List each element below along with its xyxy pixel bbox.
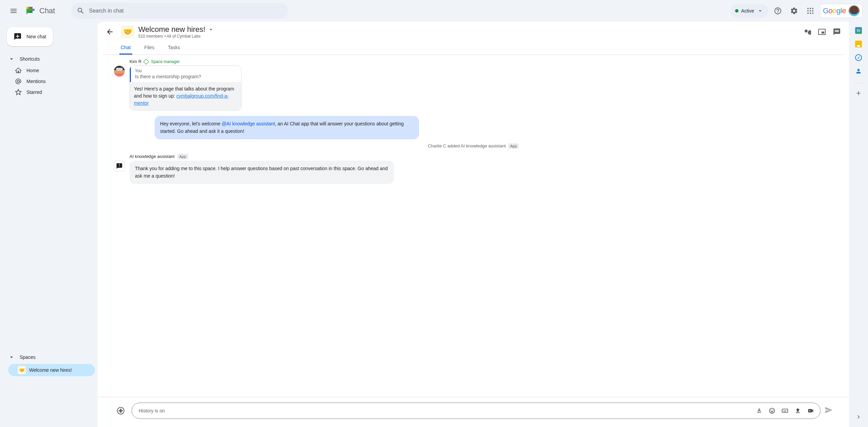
new-chat-label: New chat xyxy=(26,34,46,39)
app-badge: App xyxy=(177,154,188,159)
pip-button[interactable] xyxy=(815,25,829,39)
home-icon xyxy=(15,67,22,74)
rail-divider xyxy=(854,83,863,83)
sender-name: Kim R xyxy=(130,59,141,64)
spaces-section-header[interactable]: Spaces xyxy=(3,351,98,363)
space-item-welcome-new-hires[interactable]: 🤝 Welcome new hires! xyxy=(8,364,95,376)
message-announcement: Hey everyone, let's welcome @AI knowledg… xyxy=(155,116,419,139)
sidebar: New chat Shortcuts Home Mentions Starred xyxy=(0,22,98,427)
sender-name: AI knowledge assistant xyxy=(130,154,175,159)
tab-tasks[interactable]: Tasks xyxy=(166,41,181,55)
svg-point-2 xyxy=(812,8,813,9)
svg-point-6 xyxy=(807,13,809,14)
format-button[interactable] xyxy=(754,405,765,416)
mention-ai-assistant[interactable]: @AI knowledge assistant xyxy=(222,121,275,126)
search-placeholder: Search in chat xyxy=(89,8,123,14)
svg-point-8 xyxy=(812,13,813,14)
app-badge: App xyxy=(508,143,519,149)
mentions-icon xyxy=(15,78,22,85)
svg-point-5 xyxy=(812,10,813,12)
calendar-icon[interactable] xyxy=(855,27,862,34)
space-emoji-icon: 🤝 xyxy=(18,366,26,374)
message-list: Kim R Space manager You Is there a mento… xyxy=(98,55,849,397)
back-button[interactable] xyxy=(103,25,117,39)
system-message: Charlie C added AI knowledge assistant A… xyxy=(114,143,833,148)
apps-button[interactable] xyxy=(804,4,817,18)
tasks-icon[interactable] xyxy=(855,54,862,61)
user-avatar xyxy=(849,5,860,16)
app-name: Chat xyxy=(39,6,55,15)
quoted-reply-card: You Is there a mentorship program? Yes! … xyxy=(130,65,241,110)
add-attachment-button[interactable] xyxy=(114,404,127,418)
status-text: Active xyxy=(741,8,754,14)
quote-author: You xyxy=(135,68,237,73)
svg-point-4 xyxy=(810,10,811,12)
google-logo: Google xyxy=(823,6,846,15)
avatar-kim xyxy=(114,66,125,77)
svg-point-0 xyxy=(807,8,809,9)
shortcut-home[interactable]: Home xyxy=(3,65,98,76)
tab-chat[interactable]: Chat xyxy=(119,41,132,55)
avatar-bot xyxy=(114,161,125,171)
gif-button[interactable]: GIF xyxy=(780,405,790,416)
new-chat-icon xyxy=(14,33,22,41)
search-input[interactable]: Search in chat xyxy=(71,3,288,19)
svg-point-1 xyxy=(810,8,811,9)
side-panel-rail xyxy=(849,22,868,427)
space-avatar: 🤝 xyxy=(121,25,134,39)
help-button[interactable] xyxy=(771,4,785,18)
shortcut-mentions[interactable]: Mentions xyxy=(3,76,98,87)
chat-panel: 🤝 Welcome new hires! 510 members • All o… xyxy=(98,22,849,427)
chat-subtitle: 510 members • All of Cymbal Labs xyxy=(138,34,796,39)
account-switcher[interactable]: Google xyxy=(820,4,863,18)
video-button[interactable] xyxy=(805,405,816,416)
sender-role: Space manager xyxy=(151,59,180,64)
chevron-down-icon xyxy=(757,7,764,14)
spaces-title: Spaces xyxy=(20,354,36,360)
chat-logo-icon xyxy=(24,5,37,17)
settings-button[interactable] xyxy=(787,4,801,18)
svg-point-7 xyxy=(810,13,811,14)
expand-panel-button[interactable] xyxy=(855,413,862,422)
svg-point-3 xyxy=(807,10,809,12)
svg-text:GIF: GIF xyxy=(783,410,787,412)
compose-area: History is on GIF xyxy=(98,397,849,427)
message-bot: AI knowledge assistant App Thank you for… xyxy=(114,154,833,184)
status-selector[interactable]: Active xyxy=(730,4,768,18)
collapse-icon xyxy=(8,56,15,62)
star-icon xyxy=(15,89,22,96)
chevron-down-icon[interactable] xyxy=(208,26,214,33)
app-logo[interactable]: Chat xyxy=(24,5,55,17)
quote-text: Is there a mentorship program? xyxy=(135,74,237,79)
message-kim: Kim R Space manager You Is there a mento… xyxy=(114,59,833,110)
reply-text: Yes! Here's a page that talks about the … xyxy=(130,82,241,110)
keep-icon[interactable] xyxy=(855,41,862,47)
chat-tabs: Chat Files Tasks xyxy=(103,41,844,55)
status-dot-icon xyxy=(735,9,738,13)
tab-files[interactable]: Files xyxy=(143,41,156,55)
threads-button[interactable] xyxy=(830,25,844,39)
shortcuts-title: Shortcuts xyxy=(20,56,40,62)
get-addons-button[interactable] xyxy=(855,90,862,98)
chat-title[interactable]: Welcome new hires! xyxy=(138,25,205,34)
main-menu-button[interactable] xyxy=(5,3,22,19)
app-header: Chat Search in chat Active Google xyxy=(0,0,868,22)
collapse-icon xyxy=(8,354,15,361)
new-chat-button[interactable]: New chat xyxy=(7,27,53,46)
shortcuts-section-header[interactable]: Shortcuts xyxy=(3,53,98,65)
shortcut-starred[interactable]: Starred xyxy=(3,87,98,98)
message-input[interactable]: History is on GIF xyxy=(132,403,821,419)
send-button[interactable] xyxy=(825,406,833,415)
bot-message-text: Thank you for adding me to this space. I… xyxy=(130,161,394,184)
contacts-icon[interactable] xyxy=(855,68,862,76)
compose-placeholder: History is on xyxy=(139,408,751,413)
search-in-space-button[interactable] xyxy=(800,25,814,39)
emoji-button[interactable] xyxy=(767,405,777,416)
upload-button[interactable] xyxy=(792,405,803,416)
manager-diamond-icon xyxy=(143,59,149,64)
search-icon xyxy=(77,7,85,15)
